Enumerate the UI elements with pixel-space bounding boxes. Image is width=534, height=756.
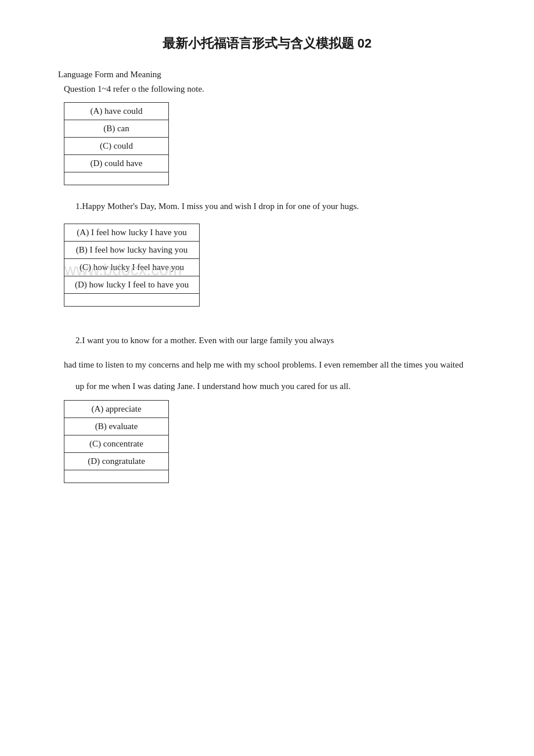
option-c-1[interactable]: (C) could	[64, 138, 169, 155]
table-row: (A) I feel how lucky I have you	[64, 224, 200, 241]
options-table-3: (A) appreciate (B) evaluate (C) concentr…	[64, 400, 169, 483]
question-ref: Question 1~4 refer o the following note.	[64, 84, 488, 94]
table-row: (C) could	[64, 138, 169, 155]
table-row: (B) I feel how lucky having you	[64, 241, 200, 258]
table-row: (D) congratulate	[64, 453, 169, 470]
empty-row	[64, 293, 200, 306]
empty-row	[64, 172, 169, 185]
options-table-2: (A) I feel how lucky I have you (B) I fe…	[64, 224, 200, 307]
section-label: Language Form and Meaning	[58, 70, 488, 80]
option-b-2[interactable]: (B) I feel how lucky having you	[64, 241, 200, 258]
options-table-2-container: (A) I feel how lucky I have you (B) I fe…	[46, 224, 200, 317]
question-1-text: 1.Happy Mother's Day, Mom. I miss you an…	[75, 199, 488, 214]
option-b-3[interactable]: (B) evaluate	[64, 418, 169, 435]
table-row: (D) how lucky I feel to have you	[64, 276, 200, 293]
page-title: 最新小托福语言形式与含义模拟题 02	[46, 35, 488, 52]
option-a-1[interactable]: (A) have could	[64, 103, 169, 120]
table-row: (D) could have	[64, 155, 169, 172]
option-a-2[interactable]: (A) I feel how lucky I have you	[64, 224, 200, 241]
table-row: (C) concentrate	[64, 435, 169, 453]
table-row: (A) have could	[64, 103, 169, 120]
body-text-2: up for me when I was dating Jane. I unde…	[75, 379, 488, 394]
options-table-1: (A) have could (B) can (C) could (D) cou…	[64, 102, 169, 185]
option-b-1[interactable]: (B) can	[64, 120, 169, 138]
option-c-2[interactable]: (C) how lucky I feel have you	[64, 258, 200, 276]
option-a-3[interactable]: (A) appreciate	[64, 401, 169, 418]
table-row: (B) can	[64, 120, 169, 138]
option-c-3[interactable]: (C) concentrate	[64, 435, 169, 453]
table-row: (B) evaluate	[64, 418, 169, 435]
option-d-1[interactable]: (D) could have	[64, 155, 169, 172]
table-row: (A) appreciate	[64, 401, 169, 418]
option-d-3[interactable]: (D) congratulate	[64, 453, 169, 470]
table-row: (C) how lucky I feel have you	[64, 258, 200, 276]
empty-row	[64, 470, 169, 483]
question-2-text: 2.I want you to know for a mother. Even …	[75, 333, 488, 348]
option-d-2[interactable]: (D) how lucky I feel to have you	[64, 276, 200, 293]
body-text-1: had time to listen to my concerns and he…	[64, 357, 488, 373]
